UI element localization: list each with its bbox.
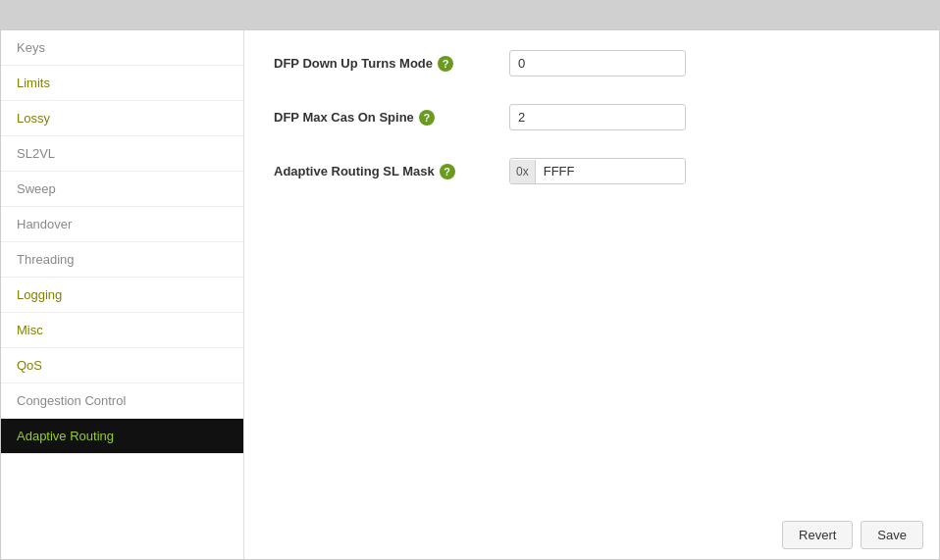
input-dfp-down-up-turns-mode[interactable] [509,50,686,76]
sidebar-item-lossy[interactable]: Lossy [1,101,243,136]
sidebar-item-keys[interactable]: Keys [1,30,243,66]
help-icon-dfp-down-up-turns-mode[interactable]: ? [438,56,453,72]
sidebar-item-sl2vl[interactable]: SL2VL [1,136,243,172]
sidebar-item-handover[interactable]: Handover [1,207,243,242]
form-row-dfp-max-cas-on-spine: DFP Max Cas On Spine? [274,104,910,130]
input-adaptive-routing-sl-mask[interactable] [536,159,685,183]
input-dfp-max-cas-on-spine[interactable] [509,104,686,130]
sidebar-item-threading[interactable]: Threading [1,242,243,278]
help-icon-dfp-max-cas-on-spine[interactable]: ? [419,110,435,126]
sidebar: KeysLimitsLossySL2VLSweepHandoverThreadi… [1,30,244,559]
hex-prefix-adaptive-routing-sl-mask: 0x [510,160,536,183]
sidebar-item-limits[interactable]: Limits [1,66,243,101]
sidebar-item-misc[interactable]: Misc [1,313,243,348]
bottom-bar: Revert Save [782,521,923,549]
content-area: DFP Down Up Turns Mode?DFP Max Cas On Sp… [244,30,939,559]
form-label-adaptive-routing-sl-mask: Adaptive Routing SL Mask? [274,164,509,179]
sidebar-item-congestion-control[interactable]: Congestion Control [1,383,243,419]
help-icon-adaptive-routing-sl-mask[interactable]: ? [440,164,455,179]
form-label-dfp-max-cas-on-spine: DFP Max Cas On Spine? [274,110,509,126]
revert-button[interactable]: Revert [782,521,853,549]
hex-input-wrapper-adaptive-routing-sl-mask: 0x [509,158,686,184]
form-row-adaptive-routing-sl-mask: Adaptive Routing SL Mask?0x [274,158,910,184]
form-row-dfp-down-up-turns-mode: DFP Down Up Turns Mode? [274,50,910,76]
sidebar-item-sweep[interactable]: Sweep [1,172,243,207]
sidebar-item-logging[interactable]: Logging [1,278,243,313]
top-bar [0,0,940,29]
sidebar-item-adaptive-routing[interactable]: Adaptive Routing [1,419,243,454]
main-container: KeysLimitsLossySL2VLSweepHandoverThreadi… [0,29,940,560]
save-button[interactable]: Save [861,521,923,549]
form-label-dfp-down-up-turns-mode: DFP Down Up Turns Mode? [274,56,509,72]
sidebar-item-qos[interactable]: QoS [1,348,243,383]
